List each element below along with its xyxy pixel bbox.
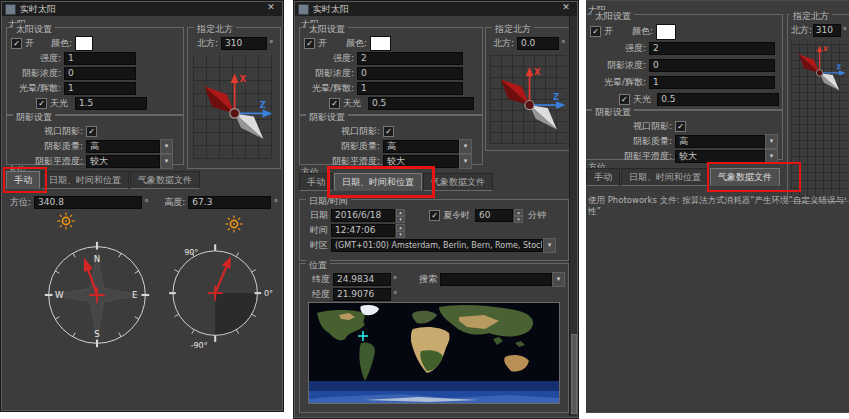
skylight-checkbox[interactable]: ✓ <box>36 98 47 109</box>
time-field[interactable]: 12:47:06 <box>331 224 395 237</box>
chevron-down-icon[interactable]: ▾ <box>765 134 778 149</box>
viewport-shadow-checkbox[interactable]: ✓ <box>86 126 97 137</box>
skylight-field[interactable]: 0.5 <box>657 93 779 106</box>
sun-on-row: ✓ 开 颜色: <box>11 37 180 50</box>
shadow-settings-group: 阴影设置 视口阴影: ✓ 阴影质量: 高 ▾ 阴影平滑度: 较大 ▾ <box>299 115 483 165</box>
spin-down-icon[interactable]: ▾ <box>396 216 405 223</box>
azimuth-field[interactable]: 340.8 <box>34 196 142 209</box>
compass-south-label: S <box>94 329 100 339</box>
screenshot-canvas: 实时太阳 ✕ 太阳 太阳设置 ✓ 开 颜色: 强度: 1 阴影浓度: 0 光晕/… <box>0 0 849 419</box>
shadow-quality-select[interactable]: 高 <box>675 135 765 148</box>
tab-weather-file[interactable]: 气象数据文件 <box>130 171 200 189</box>
sun-on-checkbox[interactable]: ✓ <box>11 38 22 49</box>
sun-color-swatch[interactable] <box>656 24 676 40</box>
skylight-field[interactable]: 1.5 <box>75 97 147 110</box>
weather-file-hint-line1: 使用 Photoworks 文件: 按算法方式消耗器“产生环境”自定义错误与气象… <box>588 195 846 206</box>
annotation-red-box <box>3 167 47 193</box>
north-field[interactable]: 310 <box>221 37 267 50</box>
close-icon[interactable]: ✕ <box>559 2 573 12</box>
north-label: 北方: <box>490 37 517 50</box>
search-input[interactable] <box>440 273 552 286</box>
close-icon[interactable]: ✕ <box>264 2 278 12</box>
sun-color-swatch[interactable] <box>370 36 391 51</box>
tab-date-time-location[interactable]: 日期、时间和位置 <box>41 171 129 189</box>
glow-field[interactable]: 1 <box>357 82 463 95</box>
spin-up-icon[interactable]: ▴ <box>396 209 405 216</box>
azimuth-compass-dial[interactable]: N E S W <box>39 235 155 355</box>
sun-dialog-left: 实时太阳 ✕ 太阳 太阳设置 ✓ 开 颜色: 强度: 1 阴影浓度: 0 光晕/… <box>0 0 284 412</box>
chevron-down-icon[interactable]: ▾ <box>459 154 472 169</box>
spin-down-icon[interactable]: ▾ <box>514 216 523 223</box>
chevron-down-icon[interactable]: ▾ <box>552 272 565 287</box>
altitude-dial[interactable]: 90° 0° -90° <box>157 237 279 353</box>
chevron-down-icon[interactable]: ▾ <box>160 154 173 169</box>
viewport-shadow-label: 视口阴影: <box>304 125 383 138</box>
spin-up-icon[interactable]: ▴ <box>514 209 523 216</box>
shadow-density-label: 阴影浓度: <box>590 59 649 72</box>
datetime-group: 日期/时间 日期 2016/6/18 ▴▾ ✓ 夏令时 60 ▴▾ 分钟 时间 … <box>299 199 569 261</box>
timezone-select[interactable]: (GMT+01:00) Amsterdam, Berlin, Bern, Rom… <box>331 239 543 252</box>
shadow-smooth-select[interactable]: 较大 <box>86 155 160 168</box>
sun-on-label: 开 <box>25 37 34 50</box>
dial-90-label: 90° <box>184 248 198 257</box>
shadow-quality-select[interactable]: 高 <box>383 140 459 153</box>
skylight-field[interactable]: 0.5 <box>368 97 474 110</box>
dst-minutes-stepper[interactable]: ▴▾ <box>514 209 523 222</box>
longitude-field[interactable]: 21.9076 <box>333 288 391 301</box>
titlebar[interactable]: 实时太阳 <box>295 2 577 16</box>
vertical-scrollbar[interactable] <box>569 16 577 416</box>
skylight-checkbox[interactable]: ✓ <box>619 94 630 105</box>
chevron-down-icon[interactable]: ▾ <box>459 139 472 154</box>
sun-on-checkbox[interactable]: ✓ <box>590 26 601 37</box>
date-field[interactable]: 2016/6/18 <box>331 209 395 222</box>
shadow-density-field[interactable]: 0 <box>64 67 136 80</box>
sun-settings-group: 太阳设置 ✓ 开 颜色: 强度: 2 阴影浓度: 0 光晕/辉散: 1 ✓ 天光 <box>299 27 483 115</box>
viewport-shadow-checkbox[interactable]: ✓ <box>675 121 686 132</box>
chevron-down-icon[interactable]: ▾ <box>160 139 173 154</box>
dst-checkbox[interactable]: ✓ <box>429 210 440 221</box>
viewport-shadow-checkbox[interactable]: ✓ <box>383 126 394 137</box>
spin-down-icon[interactable]: ▾ <box>396 231 405 238</box>
sun-icon <box>225 215 243 233</box>
sun-on-checkbox[interactable]: ✓ <box>304 38 315 49</box>
date-stepper[interactable]: ▴▾ <box>396 209 405 222</box>
skylight-checkbox[interactable]: ✓ <box>329 98 340 109</box>
tab-date-time-location[interactable]: 日期、时间和位置 <box>621 168 709 186</box>
tab-manual[interactable]: 手动 <box>586 168 620 186</box>
sun-dialog-right: 太阳 太阳设置 ✓ 开 颜色: 强度: 2 阴影浓度: 0 光晕/辉散: 1 ✓ <box>586 0 849 413</box>
spin-up-icon[interactable]: ▴ <box>396 224 405 231</box>
color-label: 颜色: <box>613 25 656 38</box>
shadow-density-field[interactable]: 0 <box>649 59 775 72</box>
dial-minus90-label: -90° <box>191 341 208 350</box>
intensity-field[interactable]: 2 <box>357 52 463 65</box>
glow-field[interactable]: 1 <box>649 76 775 89</box>
north-gizmo[interactable] <box>193 55 273 159</box>
world-map[interactable] <box>308 302 560 404</box>
glow-field[interactable]: 1 <box>64 82 136 95</box>
latitude-field[interactable]: 24.9834 <box>333 273 391 286</box>
dst-label: 夏令时 <box>443 209 470 222</box>
titlebar[interactable]: 实时太阳 <box>2 2 282 16</box>
shadow-density-label: 阴影浓度: <box>11 67 64 80</box>
shadow-density-field[interactable]: 0 <box>357 67 463 80</box>
shadow-quality-label: 阴影质量: <box>590 135 675 148</box>
skylight-label: 天光 <box>343 97 368 110</box>
north-field[interactable]: 0.0 <box>517 37 559 50</box>
glow-label: 光晕/辉散: <box>590 76 649 89</box>
north-gizmo[interactable] <box>490 54 566 144</box>
time-stepper[interactable]: ▴▾ <box>396 224 405 237</box>
intensity-field[interactable]: 2 <box>649 42 775 55</box>
intensity-field[interactable]: 1 <box>64 52 136 65</box>
dst-minutes-field[interactable]: 60 <box>475 209 513 222</box>
north-field[interactable]: 310 <box>813 24 841 37</box>
intensity-label: 强度: <box>590 42 649 55</box>
shadow-quality-select[interactable]: 高 <box>86 140 160 153</box>
sun-color-swatch[interactable] <box>75 36 93 51</box>
color-label: 颜色: <box>34 37 75 50</box>
scrollbar-thumb[interactable] <box>571 334 577 414</box>
chevron-down-icon[interactable]: ▾ <box>543 238 556 253</box>
altitude-label: 高度: <box>162 196 188 209</box>
weather-file-hint-line2: 性” <box>588 206 846 217</box>
degree-unit: ° <box>391 275 398 285</box>
altitude-field[interactable]: 67.3 <box>188 196 271 209</box>
